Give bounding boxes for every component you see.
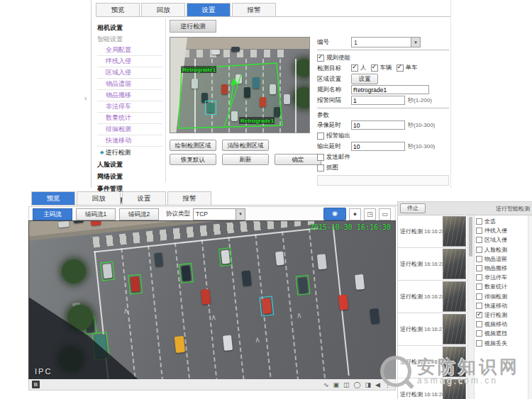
- record-delay-input[interactable]: [351, 120, 405, 130]
- tab[interactable]: 报警: [232, 3, 276, 16]
- sidebar-smart-item[interactable]: 快速移动: [97, 135, 162, 147]
- action-button[interactable]: 确定: [275, 154, 321, 165]
- player-control-icon[interactable]: ◨: [365, 381, 372, 388]
- tab[interactable]: 设置: [122, 191, 166, 205]
- tab[interactable]: 回放: [141, 3, 185, 16]
- sidebar-smart-item[interactable]: 全局配置: [97, 45, 162, 56]
- event-thumbnail[interactable]: [443, 216, 466, 247]
- config-video-preview[interactable]: Retrograde1 Retrograde1: [170, 37, 310, 133]
- event-thumbnail[interactable]: [443, 347, 466, 377]
- event-filter-option[interactable]: 数量统计: [476, 282, 527, 291]
- vehicle: [174, 336, 185, 353]
- sidebar-section-item[interactable]: 网络设置: [97, 170, 162, 182]
- sidebar-smart-item[interactable]: 数量统计: [97, 113, 162, 124]
- alarm-out-checkbox[interactable]: [317, 133, 324, 140]
- out-delay-range: 秒(10-300): [408, 142, 435, 150]
- event-filter-option[interactable]: 非法停车: [476, 273, 527, 282]
- player-control-icon[interactable]: ◫: [343, 381, 350, 388]
- rule-number-select[interactable]: 1 ▾: [351, 37, 421, 47]
- event-filter-option[interactable]: 逆行检测: [476, 310, 527, 320]
- event-filter-option[interactable]: 全选: [476, 217, 527, 226]
- sidebar-group-smart[interactable]: 智能设置: [97, 33, 162, 45]
- snapshot-checkbox[interactable]: [317, 164, 324, 172]
- fullscreen-button[interactable]: ◳: [364, 208, 376, 220]
- event-row[interactable]: 逆行检测 16:16:26: [398, 378, 467, 399]
- snapshot-label: 抓图: [326, 164, 338, 172]
- email-label: 发送邮件: [326, 153, 350, 162]
- stop-button[interactable]: 停止: [400, 203, 426, 213]
- event-thumbnail[interactable]: [443, 314, 466, 344]
- vehicle: [201, 289, 211, 305]
- player-control-icon[interactable]: ⋮: [384, 381, 391, 388]
- event-row[interactable]: 逆行检测 16:16:28: [398, 215, 467, 248]
- tab[interactable]: 报警: [167, 191, 211, 205]
- player-control-icon[interactable]: ◀: [375, 381, 380, 388]
- event-row[interactable]: 逆行检测 16:16:27: [398, 313, 467, 346]
- rule-tab[interactable]: 逆行检测: [170, 20, 216, 33]
- sidebar-smart-item[interactable]: 物品遗留: [97, 79, 162, 90]
- player-control-icon[interactable]: ▣: [333, 381, 339, 388]
- chevron-down-icon[interactable]: ▾: [235, 209, 245, 220]
- event-filter-option[interactable]: 区域入侵: [476, 235, 527, 245]
- tab[interactable]: 预览: [31, 191, 75, 205]
- event-type-label: 逆行检测: [398, 358, 424, 366]
- action-button[interactable]: 恢复默认: [170, 154, 216, 165]
- event-filter-option[interactable]: 物品遗留: [476, 254, 527, 264]
- sidebar-smart-item[interactable]: 徘徊检测: [97, 124, 162, 135]
- event-row[interactable]: 逆行检测 16:16:28: [398, 281, 467, 313]
- sidebar-smart-item[interactable]: 区域入侵: [97, 67, 162, 79]
- target-option[interactable]: 单车: [397, 64, 418, 72]
- snapshot-button[interactable]: ●: [349, 208, 361, 220]
- collapse-arrow-icon[interactable]: ‹: [84, 94, 87, 102]
- sidebar-item-camera[interactable]: 相机设置: [97, 22, 162, 33]
- player-control-icon[interactable]: ◯: [353, 381, 360, 388]
- tab[interactable]: 预览: [96, 3, 140, 16]
- target-option[interactable]: 人: [351, 64, 367, 72]
- sidebar-item-retrograde-selected[interactable]: ◆ 逆行检测: [97, 147, 162, 158]
- tab[interactable]: 回放: [77, 191, 121, 205]
- email-checkbox[interactable]: [317, 154, 324, 161]
- area-label: 区域设置: [317, 75, 351, 84]
- stream-button[interactable]: 辅码流1: [76, 208, 116, 220]
- aspect-button[interactable]: ▭: [379, 208, 391, 220]
- event-thumbnail[interactable]: [443, 249, 466, 279]
- out-delay-input[interactable]: [351, 142, 405, 151]
- interval-input[interactable]: [351, 96, 405, 105]
- player-icons: ∿▣◫◯◨◀⋮: [323, 381, 391, 388]
- target-option[interactable]: 车辆: [371, 64, 392, 72]
- event-thumbnail[interactable]: [443, 281, 466, 312]
- rule-name-input[interactable]: [351, 85, 429, 94]
- event-row[interactable]: 逆行检测 16:16:26: [398, 346, 467, 378]
- chevron-down-icon[interactable]: ▾: [411, 38, 420, 47]
- live-video[interactable]: ∧∧∧∧ 2015-10-30 16:16:30 IPC: [28, 220, 396, 381]
- area-setup-button[interactable]: 设置: [351, 74, 378, 84]
- tab[interactable]: 设置: [187, 3, 231, 16]
- vehicle: [131, 276, 140, 292]
- event-filter-option[interactable]: 视频移动: [476, 320, 527, 329]
- player-control-icon[interactable]: ∿: [323, 381, 329, 388]
- event-row[interactable]: 逆行检测 16:16:28: [398, 248, 467, 281]
- event-filter-option[interactable]: 物品搬移: [476, 264, 527, 273]
- talk-button[interactable]: ◉: [323, 208, 346, 220]
- filter-scrollbar[interactable]: [528, 215, 532, 399]
- action-button[interactable]: 刷新: [222, 154, 269, 165]
- event-filter-option[interactable]: 视频丢失: [476, 338, 527, 347]
- event-list-scrollbar[interactable]: [467, 215, 475, 399]
- event-filter-option[interactable]: 绊线入侵: [476, 226, 527, 235]
- sidebar-smart-item[interactable]: 非法停车: [97, 101, 162, 113]
- enable-checkbox[interactable]: [317, 55, 324, 62]
- event-filter-option[interactable]: 人脸检测: [476, 245, 527, 254]
- stream-button[interactable]: 辅码流2: [119, 208, 159, 220]
- event-filter-option[interactable]: 视频遮挡: [476, 329, 527, 338]
- event-filter-option[interactable]: 快速移动: [476, 301, 527, 310]
- event-thumbnail[interactable]: [443, 379, 466, 399]
- draw-area-button[interactable]: 清除检测区域: [222, 140, 269, 151]
- sidebar-section-item[interactable]: 人脸设置: [97, 158, 162, 170]
- draw-area-button[interactable]: 绘制检测区域: [170, 140, 216, 151]
- event-filter-option[interactable]: 徘徊检测: [476, 292, 527, 301]
- vehicle: [298, 277, 308, 293]
- protocol-select[interactable]: TCP ▾: [193, 208, 245, 220]
- sidebar-smart-item[interactable]: 物品搬移: [97, 90, 162, 101]
- sidebar-smart-item[interactable]: 绊线入侵: [97, 56, 162, 67]
- stream-button[interactable]: 主码流: [33, 208, 72, 220]
